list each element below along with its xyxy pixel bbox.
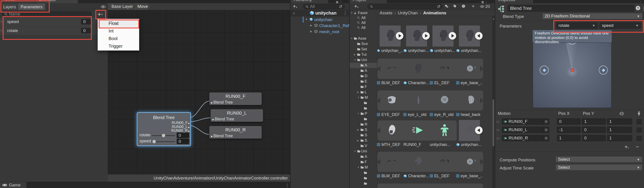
project-search-input[interactable] [368,4,443,9]
blend-type-dropdown[interactable]: 2D Freeform Directional▼ [542,13,642,19]
asset-label[interactable]: RUN00_F [403,142,430,147]
parameter-row[interactable]: speed0 [0,18,108,26]
asset-thumbnail[interactable] [406,26,427,46]
slider-knob[interactable] [152,140,156,143]
pos-x-field[interactable]: -1 [557,127,581,133]
project-add-button[interactable]: +▾ [354,3,358,10]
asset-label[interactable]: BLW_DEF [377,80,403,86]
asset-label[interactable]: BLW_DEF [377,173,403,178]
tab-hierarchy[interactable]: Hierarchy [290,0,328,3]
project-tree-row-A[interactable]: A [350,154,377,159]
tab-game[interactable]: Game [0,182,26,188]
project-tree-row-E[interactable]: E [350,79,377,84]
project-tree-row[interactable] [350,116,377,122]
visibility-count[interactable]: 20 [480,4,490,9]
collapse-arrow-icon[interactable]: ▼ [357,166,360,168]
asset-label[interactable]: EYE_DEF [377,112,403,117]
state-node-run00_f[interactable]: RUN00_FBlend Tree [209,92,262,105]
project-tree-row-M[interactable]: ▼M [350,95,377,100]
asset-label[interactable]: unitychan... [403,48,430,53]
motion-clip-field[interactable]: RUN00_L⊙ [502,127,549,133]
asset-thumbnail[interactable] [432,26,454,46]
collapse-arrow-icon[interactable]: ▼ [350,37,353,40]
motion-clip-field[interactable]: RUN00_F⊙ [502,118,549,125]
hierarchy-row-mesh_root[interactable]: ▶mesh_root [290,29,350,35]
drag-handle-icon[interactable] [496,121,500,122]
hierarchy-window-controls[interactable]: ▣ ⋮ [336,0,342,4]
node-output-run00l[interactable]: RUN00_L [172,125,188,129]
parameter-search-input[interactable]: Name [2,11,92,17]
speed-value-field[interactable]: 0 [176,138,189,144]
hierarchy-search-input[interactable]: All [303,4,345,9]
pos-y-field[interactable]: 1 [582,118,606,125]
kebab-menu-icon[interactable]: ⋮ [343,10,348,16]
project-tree-row[interactable] [350,170,377,176]
asset-label[interactable]: eye_base_... [456,80,482,86]
collapse-arrow-icon[interactable]: ▼ [354,150,356,152]
asset-thumbnail[interactable] [459,26,480,46]
drag-handle-icon[interactable] [496,138,500,138]
asset-label[interactable]: eye_L_old [403,112,430,117]
motion-point-left[interactable] [540,66,549,74]
add-parameter-button[interactable]: +▾ [96,11,104,18]
project-tree-row-Asse[interactable]: ▼Asse [350,36,377,41]
asset-label[interactable]: Character... [403,173,430,178]
output-port-icon[interactable] [188,130,190,132]
tab-layers[interactable]: Layers [2,4,17,10]
parameter-value-field[interactable]: 0 [81,19,91,24]
eye-icon[interactable] [100,5,106,8]
compute-positions-dropdown[interactable]: Select▼ [556,156,642,162]
menu-item-trigger[interactable]: Trigger [98,42,139,50]
kebab-menu-icon[interactable]: ⋮ [285,183,289,188]
blend-tree-node[interactable]: Blend Tree RUN00_F RUN00_L RUN00_R rotat… [137,112,191,146]
tab-project[interactable]: Project [350,0,387,3]
collapse-arrow-icon[interactable]: ▼ [305,18,308,20]
open-new-icon[interactable] [339,5,342,8]
project-tree-row-R[interactable]: R [350,122,377,127]
pos-x-field[interactable]: 0 [557,118,581,125]
scrollbar-thumb[interactable] [492,99,494,146]
motion-point-right[interactable] [599,66,608,74]
collapse-arrow-icon[interactable]: ▼ [350,12,353,14]
expand-arrow-icon[interactable]: ▶ [310,30,312,33]
asset-label[interactable]: unitychan... [430,48,456,53]
drag-handle-icon[interactable] [0,30,4,30]
pos-x-field[interactable]: 1 [557,135,581,141]
asset-label[interactable]: unitychan... [430,142,456,147]
tab-animator[interactable]: Animator [36,0,78,3]
drag-handle-icon[interactable] [0,21,4,21]
hierarchy-row-Character1_Refe[interactable]: ▶Character1_Refe [290,22,350,29]
asset-label[interactable]: head_back [456,112,482,117]
asset-label[interactable]: Character... [403,80,430,86]
menu-item-int[interactable]: Int [98,27,139,35]
input-port-icon[interactable] [212,118,214,121]
breadcrumb-unitychan[interactable]: UnityChan [398,10,418,16]
state-node-run00_r[interactable]: RUN00_RBlend Tree [209,126,262,139]
asset-label[interactable]: unitychan... [456,142,482,147]
object-picker-icon[interactable]: ⊙ [543,119,549,124]
asset-thumbnail[interactable] [380,26,401,46]
back-arrow-icon[interactable]: ‹ [293,10,295,16]
parameter-x-dropdown[interactable]: rotate▼ [556,22,598,29]
expand-arrow-icon[interactable]: ▶ [357,91,359,93]
project-window-controls[interactable]: ▣ ⋮ [481,0,488,4]
state-node-run00_l[interactable]: RUN00_LBlend Tree [210,109,263,122]
asset-label[interactable]: EL_DEF [430,173,456,178]
play-overlay-button[interactable] [448,32,456,40]
project-tree-row-S[interactable]: ▶S [350,127,377,132]
project-tree-row-Sce[interactable]: Sce [350,42,377,46]
object-picker-icon[interactable]: ⊙ [543,128,549,132]
input-port-icon[interactable] [211,102,213,104]
expand-arrow-icon[interactable]: ▶ [310,24,312,27]
speed-slider[interactable] [152,141,175,142]
collapse-arrow-icon[interactable]: ▼ [357,112,360,115]
breadcrumb-animations[interactable]: Animations [423,10,446,16]
project-tree-row-Favor[interactable]: ▼★Favor [350,10,377,16]
remove-motion-button[interactable]: − [636,144,639,150]
project-tree-row[interactable] [350,106,377,111]
asset-label[interactable]: MTH_DEF [377,142,403,147]
project-tree-row-F[interactable]: F [350,160,377,165]
rotate-value-field[interactable]: 0 [176,132,189,138]
asset-label[interactable]: unitychan_... [377,48,403,53]
project-tree-row-P[interactable]: ▼P [350,111,377,116]
